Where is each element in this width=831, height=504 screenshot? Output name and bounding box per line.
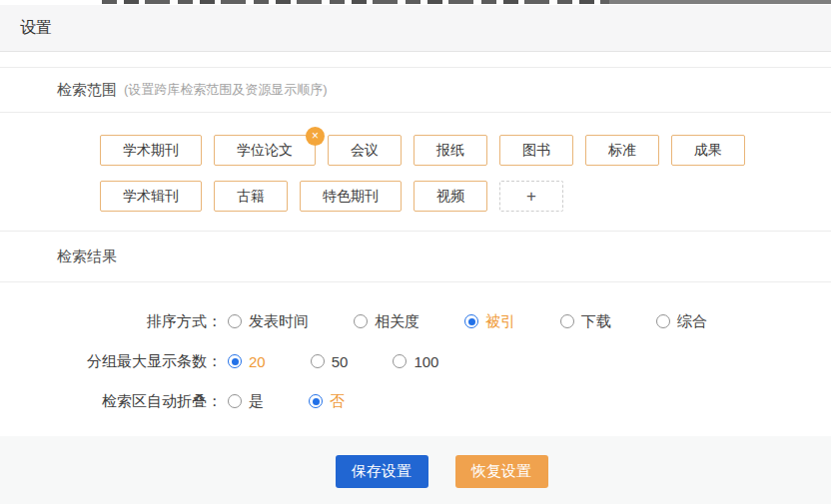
- resource-tags-area: 学术期刊学位论文×会议报纸图书标准成果学术辑刊古籍特色期刊视频+: [0, 113, 831, 232]
- header-divider-row: [0, 52, 831, 68]
- sort-order-label: 排序方式：: [0, 312, 222, 331]
- sort-order-option[interactable]: 下载: [560, 312, 611, 331]
- sort-order-options: 发表时间相关度被引下载综合: [228, 312, 752, 331]
- resource-tag-button[interactable]: 特色期刊: [300, 181, 402, 212]
- option-label: 是: [249, 392, 264, 411]
- resource-tag-label: 会议: [351, 142, 379, 158]
- sort-order-row: 排序方式：发表时间相关度被引下载综合: [0, 310, 831, 332]
- option-label: 相关度: [375, 312, 419, 331]
- option-label: 否: [330, 392, 345, 411]
- resource-tag-button[interactable]: 图书: [499, 135, 573, 166]
- group-max-count-option[interactable]: 50: [311, 353, 349, 370]
- option-label: 下载: [581, 312, 611, 331]
- resource-tag-button[interactable]: 标准: [585, 135, 659, 166]
- resource-tag-label: 视频: [436, 188, 464, 204]
- restore-settings-button[interactable]: 恢复设置: [455, 455, 548, 488]
- resource-tag-label: 报纸: [436, 142, 464, 158]
- radio-icon: [228, 314, 242, 328]
- option-label: 被引: [485, 312, 515, 331]
- footer-buttons: 保存设置 恢复设置: [336, 455, 548, 504]
- sort-order-option[interactable]: 发表时间: [228, 312, 309, 331]
- radio-icon: [560, 314, 574, 328]
- resource-tag-label: 学位论文: [237, 142, 293, 158]
- radio-icon: [656, 314, 670, 328]
- resource-tag-label: 图书: [522, 142, 550, 158]
- radio-selected-icon: [309, 394, 323, 408]
- resource-tag-label: 标准: [608, 142, 636, 158]
- settings-header: 设置: [0, 5, 831, 52]
- resource-tag-button[interactable]: 报纸: [414, 135, 487, 166]
- resource-tag-button[interactable]: 学位论文×: [214, 135, 316, 166]
- resource-tag-button[interactable]: 古籍: [214, 181, 288, 212]
- page-title: 设置: [20, 18, 52, 39]
- resource-tag-button[interactable]: 成果: [671, 135, 745, 166]
- resource-tag-button[interactable]: 视频: [414, 181, 487, 212]
- group-max-count-option[interactable]: 100: [393, 353, 438, 370]
- scope-section-header: 检索范围 (设置跨库检索范围及资源显示顺序): [0, 68, 831, 113]
- results-section-title: 检索结果: [57, 248, 117, 266]
- footer-bar: 保存设置 恢复设置: [0, 436, 831, 504]
- tag-row: 学术期刊学位论文×会议报纸图书标准成果: [100, 113, 831, 166]
- tag-row: 学术辑刊古籍特色期刊视频+: [100, 166, 831, 212]
- remove-tag-icon[interactable]: ×: [306, 127, 325, 146]
- results-section-header: 检索结果: [0, 232, 831, 282]
- resource-tag-label: 学术期刊: [123, 142, 179, 158]
- auto-collapse-options: 是否: [228, 392, 390, 411]
- resource-tag-button[interactable]: 学术期刊: [100, 135, 202, 166]
- sort-order-option[interactable]: 综合: [656, 312, 707, 331]
- option-label: 20: [249, 353, 266, 370]
- auto-collapse-row: 检索区自动折叠：是否: [0, 390, 831, 412]
- group-max-count-options: 2050100: [228, 353, 483, 370]
- radio-icon: [354, 314, 368, 328]
- auto-collapse-option[interactable]: 否: [309, 392, 345, 411]
- group-max-count-row: 分组最大显示条数：2050100: [0, 350, 831, 372]
- option-label: 综合: [677, 312, 707, 331]
- option-label: 发表时间: [249, 312, 309, 331]
- scope-section-note: (设置跨库检索范围及资源显示顺序): [124, 81, 328, 99]
- scope-section-title: 检索范围: [57, 81, 117, 100]
- auto-collapse-label: 检索区自动折叠：: [0, 392, 222, 411]
- save-settings-button[interactable]: 保存设置: [336, 455, 428, 488]
- radio-selected-icon: [228, 354, 242, 368]
- results-options-area: 排序方式：发表时间相关度被引下载综合分组最大显示条数：2050100检索区自动折…: [0, 282, 831, 436]
- resource-tag-button[interactable]: 学术辑刊: [100, 181, 202, 212]
- resource-tag-label: 学术辑刊: [123, 188, 179, 204]
- resource-tag-label: 成果: [694, 142, 722, 158]
- sort-order-option[interactable]: 相关度: [354, 312, 419, 331]
- clipped-background-text: [0, 0, 831, 5]
- resource-tag-button[interactable]: 会议: [328, 135, 402, 166]
- radio-icon: [393, 354, 407, 368]
- group-max-count-label: 分组最大显示条数：: [0, 352, 222, 371]
- option-label: 100: [414, 353, 438, 370]
- clipped-text-glyphs: [102, 0, 609, 4]
- resource-tag-label: 特色期刊: [323, 188, 379, 204]
- resource-tag-label: 古籍: [237, 188, 265, 204]
- radio-icon: [228, 394, 242, 408]
- radio-selected-icon: [464, 314, 478, 328]
- plus-icon: +: [526, 187, 536, 206]
- add-resource-button[interactable]: +: [499, 181, 563, 212]
- auto-collapse-option[interactable]: 是: [228, 392, 264, 411]
- sort-order-option[interactable]: 被引: [464, 312, 515, 331]
- radio-icon: [311, 354, 325, 368]
- group-max-count-option[interactable]: 20: [228, 353, 266, 370]
- option-label: 50: [332, 353, 349, 370]
- clipped-text-bar: [609, 0, 831, 4]
